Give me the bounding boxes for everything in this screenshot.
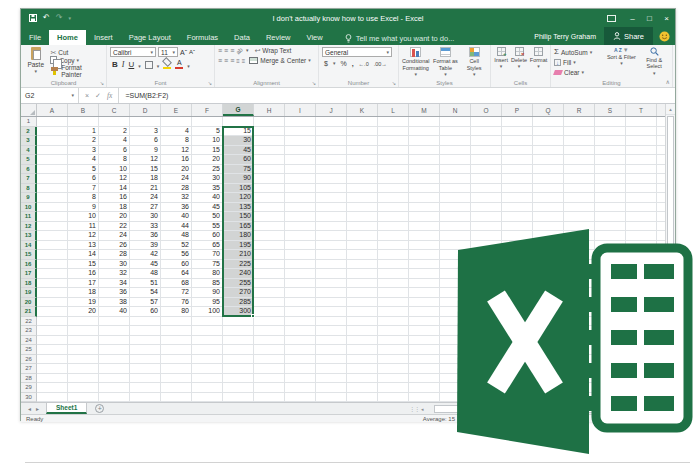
cell-A18[interactable]: [37, 279, 68, 289]
row-header-24[interactable]: 24: [21, 336, 37, 346]
cell-M12[interactable]: [409, 222, 440, 232]
cell-G16[interactable]: 225: [223, 260, 254, 270]
cell-R4[interactable]: [564, 146, 595, 156]
cell-H21[interactable]: [254, 307, 285, 317]
cell-M18[interactable]: [409, 279, 440, 289]
maximize-button[interactable]: □: [641, 9, 658, 27]
cell-G15[interactable]: 210: [223, 250, 254, 260]
align-right-icon[interactable]: ≡: [230, 57, 233, 64]
cell-P7[interactable]: [502, 174, 533, 184]
cell-L22[interactable]: [378, 317, 409, 327]
tab-review[interactable]: Review: [258, 30, 299, 45]
cell-E26[interactable]: [161, 355, 192, 365]
row-header-21[interactable]: 21: [21, 307, 37, 317]
decrease-indent-icon[interactable]: ≡: [236, 58, 239, 64]
cell-H27[interactable]: [254, 364, 285, 374]
new-sheet-button[interactable]: +: [95, 404, 104, 413]
cell-F6[interactable]: 25: [192, 165, 223, 175]
cell-H26[interactable]: [254, 355, 285, 365]
cell-M15[interactable]: [409, 250, 440, 260]
cell-P2[interactable]: [502, 127, 533, 137]
cell-J13[interactable]: [316, 231, 347, 241]
cell-S7[interactable]: [595, 174, 626, 184]
cell-T10[interactable]: [626, 203, 657, 213]
cell-I19[interactable]: [285, 288, 316, 298]
cell-N1[interactable]: [440, 117, 471, 127]
cell-T9[interactable]: [626, 193, 657, 203]
cell-G5[interactable]: 60: [223, 155, 254, 165]
copy-dropdown-icon[interactable]: ▾: [77, 58, 80, 63]
cell-I18[interactable]: [285, 279, 316, 289]
cell-G27[interactable]: [223, 364, 254, 374]
borders-icon[interactable]: [145, 61, 153, 69]
cell-K29[interactable]: [347, 383, 378, 393]
column-header-Q[interactable]: Q: [533, 104, 564, 116]
cell-E1[interactable]: [161, 117, 192, 127]
cell-H15[interactable]: [254, 250, 285, 260]
cell-E2[interactable]: 4: [161, 127, 192, 137]
cell-G10[interactable]: 135: [223, 203, 254, 213]
cell-Q1[interactable]: [533, 117, 564, 127]
row-header-12[interactable]: 12: [21, 222, 37, 232]
cell-A22[interactable]: [37, 317, 68, 327]
cell-J15[interactable]: [316, 250, 347, 260]
cell-F26[interactable]: [192, 355, 223, 365]
cell-F4[interactable]: 15: [192, 146, 223, 156]
share-button[interactable]: Share: [604, 27, 653, 45]
cell-G22[interactable]: [223, 317, 254, 327]
cell-S5[interactable]: [595, 155, 626, 165]
cell-K18[interactable]: [347, 279, 378, 289]
user-name[interactable]: Philip Terry Graham: [534, 33, 596, 40]
cell-D9[interactable]: 24: [130, 193, 161, 203]
tab-data[interactable]: Data: [226, 30, 258, 45]
fill-color-button[interactable]: [163, 59, 171, 69]
cell-C27[interactable]: [99, 364, 130, 374]
cell-B30[interactable]: [68, 393, 99, 403]
underline-dropdown-icon[interactable]: ▾: [138, 64, 141, 69]
row-header-1[interactable]: 1: [21, 117, 37, 127]
cell-B11[interactable]: 10: [68, 212, 99, 222]
cell-L27[interactable]: [378, 364, 409, 374]
cell-C20[interactable]: 38: [99, 298, 130, 308]
cell-T4[interactable]: [626, 146, 657, 156]
cell-L15[interactable]: [378, 250, 409, 260]
cell-B2[interactable]: 1: [68, 127, 99, 137]
cell-E11[interactable]: 40: [161, 212, 192, 222]
font-dialog-launcher-icon[interactable]: ↘: [208, 80, 212, 86]
cell-K13[interactable]: [347, 231, 378, 241]
cell-I25[interactable]: [285, 345, 316, 355]
cell-P11[interactable]: [502, 212, 533, 222]
cell-R8[interactable]: [564, 184, 595, 194]
cell-M21[interactable]: [409, 307, 440, 317]
cell-F5[interactable]: 20: [192, 155, 223, 165]
cell-F8[interactable]: 35: [192, 184, 223, 194]
cancel-formula-icon[interactable]: ×: [85, 92, 89, 99]
format-cells-button[interactable]: Format ▾: [530, 47, 547, 77]
sheet-tab-sheet1[interactable]: Sheet1: [46, 403, 87, 414]
cell-K12[interactable]: [347, 222, 378, 232]
cell-B8[interactable]: 7: [68, 184, 99, 194]
cell-H6[interactable]: [254, 165, 285, 175]
cell-A2[interactable]: [37, 127, 68, 137]
cell-S2[interactable]: [595, 127, 626, 137]
cell-T6[interactable]: [626, 165, 657, 175]
cell-E28[interactable]: [161, 374, 192, 384]
shrink-font-button[interactable]: Aˇ: [189, 49, 195, 55]
cell-N6[interactable]: [440, 165, 471, 175]
autosum-button[interactable]: Σ AutoSum ▾: [554, 48, 604, 56]
cell-B25[interactable]: [68, 345, 99, 355]
cell-E13[interactable]: 48: [161, 231, 192, 241]
cut-button[interactable]: ✂ Cut: [50, 49, 103, 56]
cell-F28[interactable]: [192, 374, 223, 384]
tab-page-layout[interactable]: Page Layout: [121, 30, 179, 45]
cell-B12[interactable]: 11: [68, 222, 99, 232]
cell-G19[interactable]: 270: [223, 288, 254, 298]
cell-F22[interactable]: [192, 317, 223, 327]
increase-indent-icon[interactable]: ≡: [242, 58, 245, 64]
row-header-8[interactable]: 8: [21, 184, 37, 194]
cell-J9[interactable]: [316, 193, 347, 203]
row-header-25[interactable]: 25: [21, 345, 37, 355]
cell-C6[interactable]: 10: [99, 165, 130, 175]
align-middle-icon[interactable]: ≡: [224, 47, 227, 54]
cell-Q10[interactable]: [533, 203, 564, 213]
